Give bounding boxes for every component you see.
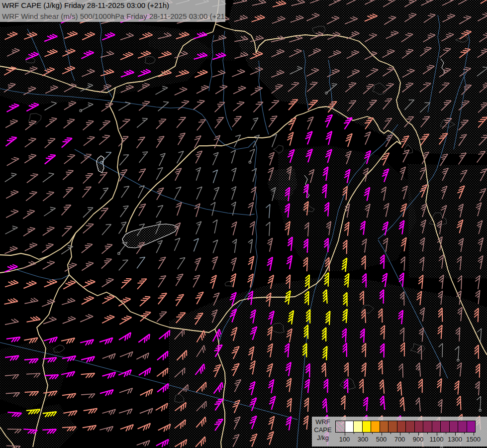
cape-legend: WRF CAPE J/kg 10030050070090011001300150…	[312, 417, 487, 447]
legend-color-cell	[449, 421, 458, 432]
map-title-cape: WRF CAPE (J/kg) Friday 28-11-2025 03:00 …	[0, 0, 225, 11]
legend-color-cell	[345, 421, 354, 432]
legend-tick	[437, 432, 437, 436]
legend-tick	[464, 432, 465, 434]
legend-color-cell	[432, 421, 441, 432]
map-title-windshear: WRF Wind shear (m/s) 500/1000hPa Friday …	[0, 11, 225, 22]
legend-tick	[363, 432, 364, 436]
legend-tick	[382, 432, 382, 436]
legend-tick-label: 500	[376, 436, 387, 443]
legend-tick-label: 300	[358, 436, 369, 443]
legend-color-cell	[388, 421, 397, 432]
legend-tick-label: 100	[339, 436, 350, 443]
legend-color-cell	[336, 421, 345, 432]
legend-unit-label: WRF CAPE J/kg	[312, 418, 334, 442]
legend-tick	[455, 432, 456, 436]
cape-stipple-region	[408, 164, 487, 279]
legend-color-cell	[414, 421, 423, 432]
legend-label-wrf: WRF	[312, 418, 334, 426]
legend-label-cape: CAPE	[312, 426, 334, 434]
legend-label-jkg: J/kg	[312, 434, 334, 442]
weather-map	[0, 0, 487, 448]
legend-tick-label: 1100	[430, 436, 444, 443]
legend-tick	[418, 432, 419, 436]
legend-color-cell	[380, 421, 389, 432]
legend-tick	[474, 432, 474, 436]
legend-color-cell	[458, 421, 467, 432]
legend-tick-label: 900	[413, 436, 424, 443]
legend-tick	[354, 432, 354, 434]
legend-tick	[345, 432, 345, 436]
legend-tick	[390, 432, 391, 434]
legend-color-cell	[440, 421, 449, 432]
legend-tick	[372, 432, 373, 434]
legend-color-cell	[405, 421, 414, 432]
legend-tick	[400, 432, 400, 436]
legend-color-cell	[423, 421, 432, 432]
weather-map-stage: WRF CAPE (J/kg) Friday 28-11-2025 03:00 …	[0, 0, 487, 448]
legend-tick-label: 1500	[466, 436, 481, 443]
legend-color-cell	[353, 421, 362, 432]
legend-color-cell	[362, 421, 371, 432]
legend-color-cell	[467, 421, 476, 432]
legend-tick	[446, 432, 446, 434]
legend-colorbar	[335, 421, 476, 433]
legend-color-cell	[397, 421, 406, 432]
legend-tick-label: 1300	[448, 436, 462, 443]
legend-tick	[409, 432, 409, 434]
legend-tick	[427, 432, 428, 434]
legend-tick-label: 700	[394, 436, 405, 443]
legend-color-cell	[371, 421, 380, 432]
